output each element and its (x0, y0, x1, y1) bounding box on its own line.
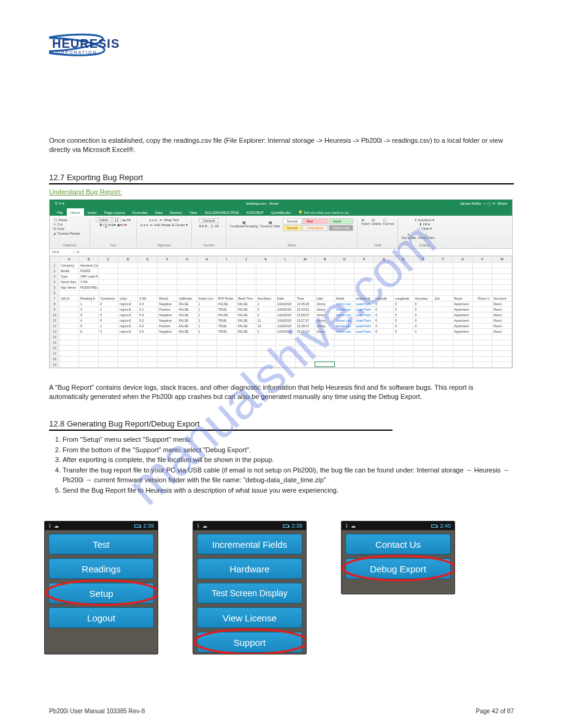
group-alignment: Alignment (140, 243, 188, 247)
align-buttons[interactable]: ≡ ≡ ≡ ⇥ Wrap Text (149, 218, 178, 222)
merge-button[interactable]: ≡ ≡ ≡ ⇤⇥ ⊞ Merge & Center ▾ (140, 223, 188, 227)
group-number: Number (196, 243, 222, 247)
excel-tabbar: File Home Insert Page Layout Formulas Da… (50, 207, 512, 216)
menu-testscreen-button[interactable]: Test Screen Display (197, 583, 302, 604)
status-bar: ᛒ☁ 2:40 (342, 521, 454, 530)
menu-setup-button[interactable]: Setup (48, 583, 154, 604)
cut-button[interactable]: ✂ Cut (53, 222, 63, 226)
tab-formulas[interactable]: Formulas (128, 208, 151, 216)
status-bar: ᛒ☁ 2:39 (45, 521, 158, 530)
sort-filter-button[interactable]: A↓Sort & Filter (402, 233, 416, 240)
heuresis-logo: HEURESIS CORPORATION (49, 31, 159, 63)
menu-logout-button[interactable]: Logout (48, 607, 154, 628)
cell-style-neutral[interactable]: Neutral (283, 225, 302, 231)
cell-style-good[interactable]: Good (329, 218, 354, 224)
conditional-formatting-icon[interactable]: ▦ (242, 221, 246, 224)
status-clock: 2:39 (291, 523, 302, 529)
font-size[interactable]: 11 (112, 218, 121, 222)
tab-review[interactable]: Review (166, 208, 186, 216)
tab-data[interactable]: Data (151, 208, 166, 216)
battery-icon (134, 525, 140, 528)
cloud-icon: ☁ (54, 523, 59, 529)
autosum-button[interactable]: Σ AutoSum ▾ (415, 218, 434, 222)
fx-icon: fx (74, 250, 82, 254)
section-title: 12.7 Exporting Bug Report (49, 173, 514, 184)
menu-viewlicense-button[interactable]: View License (197, 607, 302, 628)
menu-incremental-button[interactable]: Incremental Fields (197, 534, 302, 555)
footer-page-num: Page 42 of 87 (476, 708, 514, 715)
svg-text:CORPORATION: CORPORATION (52, 50, 98, 55)
step-item: From "Setup" menu select "Support" menu. (63, 434, 514, 445)
section-title-2: 12.8 Generating Bug Report/Debug Export (49, 419, 393, 431)
footer-doc-id: Pb200i User Manual 103385 Rev-8 (49, 708, 145, 715)
excel-user: James Railla — ▢ ✕ Share (460, 201, 507, 205)
bluetooth-icon: ᛒ (197, 523, 200, 529)
status-clock: 2:39 (143, 523, 154, 529)
format-as-table-icon[interactable]: ▦ (269, 221, 272, 224)
bluetooth-icon: ᛒ (345, 523, 348, 529)
group-styles: Styles (230, 243, 353, 247)
bluetooth-icon: ᛒ (48, 523, 52, 529)
page-footer: Pb200i User Manual 103385 Rev-8 Page 42 … (49, 708, 514, 715)
menu-contact-button[interactable]: Contact Us (345, 534, 451, 555)
tab-insert[interactable]: Insert (84, 208, 101, 216)
status-clock: 2:40 (440, 523, 451, 529)
phone-screenshot-3: ᛒ☁ 2:40 Contact Us Debug Export (341, 521, 455, 594)
battery-icon (283, 525, 289, 528)
tell-me-search[interactable]: 💡 Tell me what you want to do (294, 209, 353, 216)
group-font: Font (94, 243, 132, 247)
menu-test-button[interactable]: Test (48, 534, 154, 555)
menu-support-button[interactable]: Support (197, 632, 302, 653)
steps-list: From "Setup" menu select "Support" menu.… (49, 434, 514, 495)
step-item: After exporting is complete, the file lo… (63, 455, 514, 465)
copy-button[interactable]: ⧉ Copy (53, 227, 64, 231)
tab-home[interactable]: Home (67, 208, 84, 216)
excel-titlebar: ⟲ ⟳ ▾ readings.csv - Excel James Railla … (50, 200, 512, 207)
cell-style-bad[interactable]: Bad (302, 218, 327, 224)
number-format[interactable]: General (199, 218, 220, 223)
cloud-icon: ☁ (202, 523, 207, 529)
format-painter-button[interactable]: 🖌 Format Painter (53, 232, 80, 235)
format-cell-button[interactable]: ▢Format (383, 218, 394, 226)
cloud-icon: ☁ (351, 523, 356, 529)
tab-file[interactable]: File (53, 208, 67, 216)
tab-solidworks[interactable]: SOLIDWORKS PDM (201, 208, 243, 216)
tab-pagelayout[interactable]: Page Layout (101, 208, 129, 216)
phone-screenshots-row: ᛒ☁ 2:39 Test Readings Setup Logout ᛒ☁ 2:… (44, 521, 514, 654)
group-clipboard: Clipboard (53, 243, 86, 247)
cell-style-calc[interactable]: Calculation (302, 225, 327, 231)
delete-cell-button[interactable]: ⊟Delete (372, 218, 381, 226)
menu-readings-button[interactable]: Readings (48, 558, 154, 579)
quick-access: ⟲ ⟳ ▾ (55, 201, 64, 205)
group-cells: Cells (361, 243, 394, 247)
group-editing: Editing (402, 243, 447, 247)
section1-body: A "Bug Report" contains device logs, sta… (49, 383, 514, 401)
step-item: From the bottom of the "Support" menu, s… (63, 445, 514, 455)
name-box[interactable]: N19 (50, 250, 74, 254)
excel-ribbon: 📋 Paste ✂ Cut ⧉ Copy 🖌 Format Painter Cl… (50, 216, 512, 249)
step-item: Transfer the bug report file to your PC … (63, 465, 514, 485)
number-buttons[interactable]: $ ▾ % , .0 .00 (199, 224, 218, 228)
font-style-buttons[interactable]: B I U ▾ ⊞▾ ◆▾ A▾ (99, 223, 126, 227)
menu-debugexport-button[interactable]: Debug Export (345, 558, 451, 579)
insert-cell-button[interactable]: ⊞Insert (361, 218, 370, 226)
find-select-button[interactable]: 🔍Find & Select (418, 233, 435, 240)
excel-screenshot: ⟲ ⟳ ▾ readings.csv - Excel James Railla … (49, 199, 513, 368)
cell-style-normal[interactable]: Normal (283, 218, 302, 224)
phone-screenshot-1: ᛒ☁ 2:39 Test Readings Setup Logout (44, 521, 158, 654)
font-name[interactable]: Calibri (96, 218, 112, 222)
tab-view[interactable]: View (186, 208, 201, 216)
fill-button[interactable]: ⬇ Fill ▾ (419, 222, 430, 226)
svg-text:HEURESIS: HEURESIS (52, 37, 120, 50)
spreadsheet-grid[interactable]: ABCDEFGHIJKLMNOPQRSTUVW1CompanyHeuresis … (50, 256, 512, 368)
step-item: Send the Bug Report file to Heuresis wit… (63, 485, 514, 496)
phone-screenshot-2: ᛒ☁ 2:39 Incremental Fields Hardware Test… (193, 521, 307, 654)
cell-style-check[interactable]: Check Cell (329, 225, 354, 231)
tab-quickbooks[interactable]: QuickBooks (267, 208, 294, 216)
battery-icon (431, 525, 437, 528)
intro-paragraph: Once connection is established, copy the… (49, 136, 514, 154)
menu-hardware-button[interactable]: Hardware (197, 558, 302, 579)
paste-button[interactable]: 📋 Paste (53, 218, 67, 222)
clear-button[interactable]: ◇ Clear ▾ (417, 227, 432, 230)
tab-acrobat[interactable]: ACROBAT (242, 208, 267, 216)
